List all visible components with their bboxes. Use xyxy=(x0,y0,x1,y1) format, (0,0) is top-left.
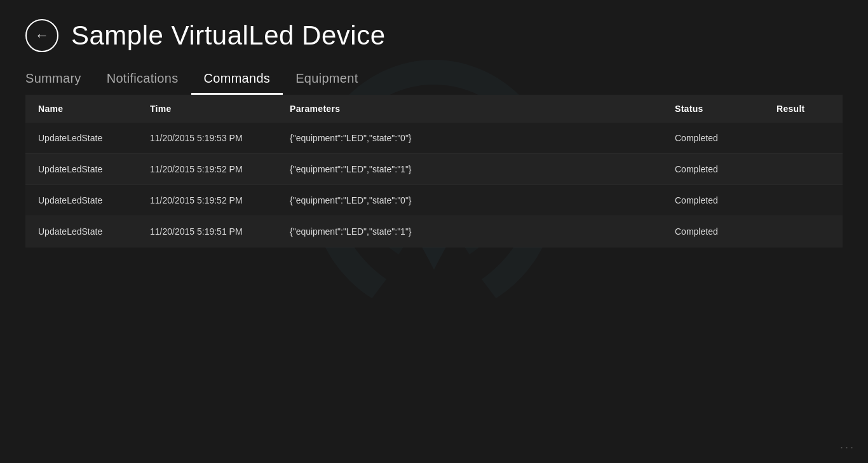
cell-result xyxy=(766,216,843,247)
cell-parameters: {"equipment":"LED","state":"0"} xyxy=(280,123,665,154)
cell-result xyxy=(766,123,843,154)
cell-result xyxy=(766,154,843,185)
commands-table: Name Time Parameters Status Result Updat… xyxy=(25,95,843,247)
back-button[interactable]: ← xyxy=(25,19,58,52)
cell-name: UpdateLedState xyxy=(25,185,140,216)
tab-notifications[interactable]: Notifications xyxy=(94,65,191,95)
tab-summary[interactable]: Summary xyxy=(25,65,94,95)
table-row: UpdateLedState11/20/2015 5:19:52 PM{"equ… xyxy=(25,185,843,216)
cell-status: Completed xyxy=(665,123,766,154)
cell-parameters: {"equipment":"LED","state":"1"} xyxy=(280,216,665,247)
cell-name: UpdateLedState xyxy=(25,216,140,247)
col-header-result: Result xyxy=(766,95,843,123)
cell-time: 11/20/2015 5:19:53 PM xyxy=(140,123,280,154)
bottom-dots: ... xyxy=(840,438,855,452)
cell-status: Completed xyxy=(665,185,766,216)
col-header-status: Status xyxy=(665,95,766,123)
cell-name: UpdateLedState xyxy=(25,154,140,185)
table-row: UpdateLedState11/20/2015 5:19:52 PM{"equ… xyxy=(25,154,843,185)
col-header-parameters: Parameters xyxy=(280,95,665,123)
col-header-name: Name xyxy=(25,95,140,123)
cell-result xyxy=(766,185,843,216)
table-header-row: Name Time Parameters Status Result xyxy=(25,95,843,123)
cell-time: 11/20/2015 5:19:52 PM xyxy=(140,154,280,185)
header: ← Sample VirtualLed Device xyxy=(0,0,868,65)
cell-name: UpdateLedState xyxy=(25,123,140,154)
col-header-time: Time xyxy=(140,95,280,123)
commands-table-container: Name Time Parameters Status Result Updat… xyxy=(25,95,843,247)
page-title: Sample VirtualLed Device xyxy=(71,20,386,51)
tab-equipment[interactable]: Equipment xyxy=(283,65,370,95)
cell-status: Completed xyxy=(665,154,766,185)
nav-tabs: Summary Notifications Commands Equipment xyxy=(0,65,868,95)
cell-time: 11/20/2015 5:19:52 PM xyxy=(140,185,280,216)
tab-commands[interactable]: Commands xyxy=(191,65,283,95)
table-row: UpdateLedState11/20/2015 5:19:51 PM{"equ… xyxy=(25,216,843,247)
back-arrow-icon: ← xyxy=(35,29,49,43)
cell-parameters: {"equipment":"LED","state":"0"} xyxy=(280,185,665,216)
cell-time: 11/20/2015 5:19:51 PM xyxy=(140,216,280,247)
table-row: UpdateLedState11/20/2015 5:19:53 PM{"equ… xyxy=(25,123,843,154)
cell-status: Completed xyxy=(665,216,766,247)
cell-parameters: {"equipment":"LED","state":"1"} xyxy=(280,154,665,185)
